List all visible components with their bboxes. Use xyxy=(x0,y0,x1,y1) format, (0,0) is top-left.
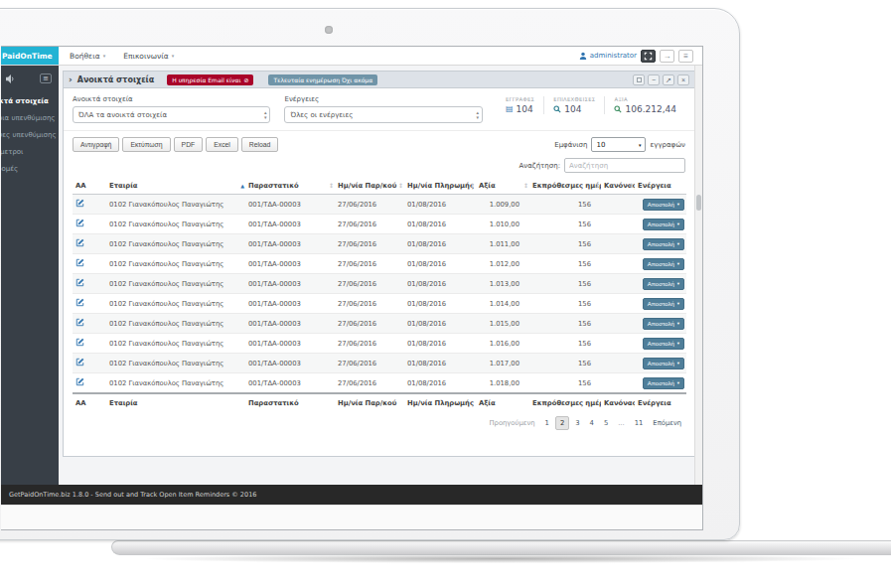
sidebar-item-reminder-scenarios[interactable]: Σενάρια υπενθύμισης xyxy=(1,109,59,126)
foot-pay-date: Ημ/νία Πληρωμής xyxy=(404,393,476,412)
cell-document: 001/ΤΔΑ-00003 xyxy=(245,274,335,294)
pagination-page-1[interactable]: 1 xyxy=(541,417,553,429)
panel-collapse-button[interactable]: − xyxy=(648,74,660,85)
caret-down-icon: ▾ xyxy=(677,380,679,385)
excel-button[interactable]: Excel xyxy=(206,137,238,152)
col-rule[interactable]: Κανόνας↕ xyxy=(601,178,635,195)
sidebar-item-routes[interactable]: Διαδρομές xyxy=(1,160,59,177)
pagination-prev[interactable]: Προηγούμενη xyxy=(485,417,538,429)
edit-icon[interactable] xyxy=(75,318,84,327)
edit-icon[interactable] xyxy=(75,199,84,208)
col-doc-date[interactable]: Ημ/νία Παρ/κού↕ xyxy=(335,178,404,195)
col-value[interactable]: Αξία↕ xyxy=(476,178,529,195)
send-button[interactable]: Αποστολή▾ xyxy=(643,377,684,389)
menu-contact-label: Επικοινωνία xyxy=(123,52,168,61)
foot-action: Ενέργεια xyxy=(635,393,686,412)
copy-button[interactable]: Αντιγραφή xyxy=(73,137,119,152)
table-row: 0102 Γιανακόπουλος Παναγιώτης 001/ΤΔΑ-00… xyxy=(73,373,686,394)
panel-edit-button[interactable] xyxy=(633,74,645,85)
send-button[interactable]: Αποστολή▾ xyxy=(643,199,684,211)
pagination-page-3[interactable]: 3 xyxy=(571,417,583,429)
pdf-button[interactable]: PDF xyxy=(174,137,204,152)
cell-rule xyxy=(601,274,635,294)
edit-icon[interactable] xyxy=(75,219,84,227)
sound-icon[interactable] xyxy=(6,74,15,83)
scrollbar-thumb[interactable] xyxy=(696,195,701,211)
length-select[interactable]: 10 ▾ xyxy=(591,137,646,152)
send-button[interactable]: Αποστολή▾ xyxy=(643,258,684,270)
cell-company: 0102 Γιανακόπουλος Παναγιώτης xyxy=(106,334,245,354)
col-pay-date[interactable]: Ημ/νία Πληρωμής↕ xyxy=(404,178,476,195)
cell-rule xyxy=(601,215,635,234)
pagination-page-2[interactable]: 2 xyxy=(555,416,569,430)
pagination-next[interactable]: Επόμενη xyxy=(649,417,685,429)
panel-expand-button[interactable]: ↗ xyxy=(663,74,674,85)
edit-icon[interactable] xyxy=(75,338,84,347)
panel-close-button[interactable]: × xyxy=(677,74,689,85)
menu-help[interactable]: Βοήθεια ▾ xyxy=(70,52,105,61)
fullscreen-button[interactable] xyxy=(641,50,656,63)
send-button[interactable]: Αποστολή▾ xyxy=(643,338,684,350)
print-button[interactable]: Εκτύπωση xyxy=(122,137,170,152)
send-button[interactable]: Αποστολή▾ xyxy=(643,238,684,250)
edit-icon[interactable] xyxy=(75,238,84,247)
cell-value: 1.015,00 xyxy=(476,314,529,334)
cell-value: 1.016,00 xyxy=(476,334,529,354)
app-viewport: PaidOnTime Βοήθεια ▾ Επικοινωνία ▾ xyxy=(1,46,703,530)
logout-icon: → xyxy=(664,52,671,61)
send-button[interactable]: Αποστολή▾ xyxy=(643,219,684,230)
pagination-page-5[interactable]: 5 xyxy=(600,417,612,429)
page-length-control: Εμφάνιση 10 ▾ εγγραφών xyxy=(554,137,685,152)
brand-logo[interactable]: PaidOnTime xyxy=(1,47,59,65)
edit-icon[interactable] xyxy=(75,298,84,307)
send-button[interactable]: Αποστολή▾ xyxy=(643,298,684,310)
caret-down-icon: ▾ xyxy=(639,142,642,148)
search-input[interactable] xyxy=(564,158,685,173)
edit-icon[interactable] xyxy=(75,358,84,367)
col-overdue-days[interactable]: Εκπρόθεσμες ημέρες↕ xyxy=(529,178,601,195)
logout-button[interactable]: → xyxy=(660,50,674,63)
send-button[interactable]: Αποστολή▾ xyxy=(643,318,684,330)
cell-days: 156 xyxy=(529,334,601,354)
stat-selected: ΕΠΙΛΕΧΘΕΙΣΕΣ 104 xyxy=(543,96,604,114)
send-button[interactable]: Αποστολή▾ xyxy=(643,358,684,369)
send-button[interactable]: Αποστολή▾ xyxy=(643,278,684,290)
open-items-table: ΑΑ Εταιρία▲ Παραστατικό↕ Ημ/νία Παρ/κού↕… xyxy=(73,178,686,412)
cell-company: 0102 Γιανακόπουλος Παναγιώτης xyxy=(106,294,245,314)
menu-contact[interactable]: Επικοινωνία ▾ xyxy=(123,52,174,61)
sidebar-item-parameters[interactable]: Παράμετροι xyxy=(1,143,59,160)
foot-doc-date: Ημ/νία Παρ/κού xyxy=(335,393,404,412)
cell-value: 1.014,00 xyxy=(476,294,529,314)
open-items-select[interactable]: ΌΛΑ τα ανοικτά στοιχεία ▴▾ xyxy=(73,106,270,123)
apps-menu-button[interactable]: ≡ xyxy=(678,50,693,63)
edit-icon[interactable] xyxy=(75,377,84,386)
length-show-label: Εμφάνιση xyxy=(554,141,587,149)
cell-pay-date: 01/08/2016 xyxy=(404,254,476,274)
sidebar-item-open-items[interactable]: Ανοικτά στοιχεία xyxy=(1,92,59,109)
collapse-menu-icon[interactable]: ≡ xyxy=(40,74,52,83)
user-link[interactable]: administrator xyxy=(579,52,637,60)
pagination-page-11[interactable]: 11 xyxy=(631,417,648,429)
stats-row: ΕΓΓΡΑΦΕΣ ▤ 104 ΕΠΙΛΕΧΘΕΙΣΕΣ xyxy=(497,95,685,114)
edit-icon[interactable] xyxy=(75,278,84,287)
filters-row: Ανοικτά στοιχεία ΌΛΑ τα ανοικτά στοιχεία… xyxy=(73,95,685,123)
reload-button[interactable]: Reload xyxy=(241,137,279,152)
sidebar-item-reminder-rules[interactable]: Κανόνες υπενθύμισης xyxy=(1,126,59,143)
col-company[interactable]: Εταιρία▲ xyxy=(106,178,245,195)
cell-pay-date: 01/08/2016 xyxy=(404,314,476,334)
edit-icon[interactable] xyxy=(75,258,84,267)
panel-controls: − ↗ × xyxy=(633,74,689,85)
cell-doc-date: 27/06/2016 xyxy=(335,354,404,373)
col-aa: ΑΑ xyxy=(73,178,106,195)
page-scrollbar[interactable] xyxy=(694,66,702,485)
caret-down-icon: ▾ xyxy=(677,361,679,366)
cell-days: 156 xyxy=(529,195,601,215)
sort-icon: ↕ xyxy=(398,182,403,189)
actions-select[interactable]: Όλες οι ενέργειες ▴▾ xyxy=(284,106,482,123)
col-action: Ενέργεια xyxy=(635,178,686,195)
fullscreen-icon xyxy=(644,52,653,61)
laptop-base xyxy=(111,540,891,555)
caret-down-icon: ▾ xyxy=(677,261,679,266)
col-document[interactable]: Παραστατικό↕ xyxy=(245,178,335,195)
pagination-page-4[interactable]: 4 xyxy=(586,417,598,429)
